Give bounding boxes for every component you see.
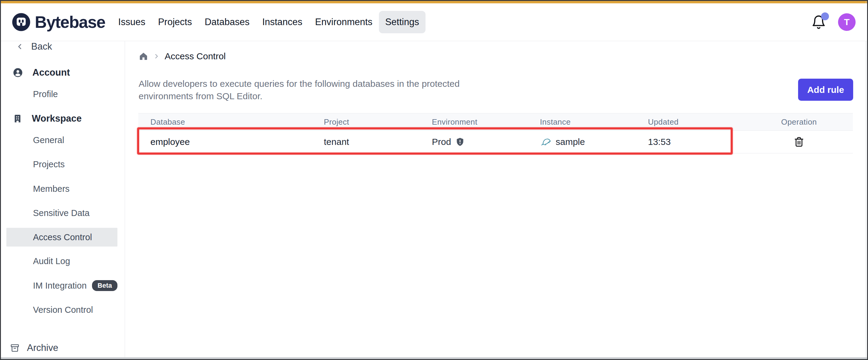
sidebar-item-members[interactable]: Members	[1, 180, 125, 198]
sidebar-item-access-control[interactable]: Access Control	[6, 228, 117, 247]
cell-operation	[745, 135, 853, 149]
column-operation: Operation	[745, 118, 853, 127]
settings-sidebar: Back Account Profile	[1, 41, 125, 358]
sidebar-item-im-integration[interactable]: IM Integration Beta	[1, 277, 125, 294]
sidebar-item-label: Profile	[33, 89, 58, 99]
home-icon[interactable]	[138, 52, 148, 61]
environment-name: Prod	[432, 137, 451, 147]
nav-projects[interactable]: Projects	[152, 11, 198, 33]
cell-environment: Prod	[420, 137, 528, 147]
chevron-right-icon	[153, 53, 160, 60]
sidebar-item-label: General	[33, 135, 64, 145]
cell-database: employee	[138, 137, 312, 147]
notification-dot	[821, 12, 829, 20]
beta-badge: Beta	[92, 280, 117, 291]
delete-rule-button[interactable]	[792, 135, 806, 149]
page-description: Allow developers to execute queries for …	[138, 77, 460, 102]
column-environment: Environment	[420, 118, 528, 127]
column-database: Database	[138, 118, 312, 127]
top-accent-bar	[1, 1, 867, 3]
nav-settings[interactable]: Settings	[379, 11, 426, 33]
navbar-right: T	[811, 13, 856, 31]
nav-issues[interactable]: Issues	[112, 11, 152, 33]
sidebar-section-workspace: Workspace	[1, 110, 125, 127]
notification-bell[interactable]	[811, 15, 826, 29]
workspace-icon	[13, 114, 22, 123]
main-nav: Issues Projects Databases Instances Envi…	[112, 11, 426, 33]
sidebar-item-label: Sensitive Data	[33, 208, 90, 218]
brand-name: Bytebase	[35, 12, 105, 32]
updated-time: 13:53	[648, 137, 671, 147]
cell-instance: sample	[528, 136, 636, 148]
sidebar-item-label: Members	[33, 184, 70, 194]
sidebar-item-general[interactable]: General	[1, 131, 125, 149]
add-rule-button[interactable]: Add rule	[798, 79, 853, 101]
sidebar-item-archive[interactable]: Archive	[1, 339, 125, 357]
sidebar-item-sensitive-data[interactable]: Sensitive Data	[1, 204, 125, 222]
user-avatar[interactable]: T	[838, 13, 856, 31]
trash-icon	[794, 136, 804, 147]
sidebar-item-projects[interactable]: Projects	[1, 156, 125, 173]
column-instance: Instance	[528, 118, 636, 127]
window-bottom-edge	[1, 357, 867, 359]
bytebase-logo[interactable]: Bytebase	[12, 12, 105, 32]
nav-environments[interactable]: Environments	[309, 11, 379, 33]
account-icon	[13, 68, 23, 77]
cell-project: tenant	[312, 137, 420, 147]
app-window: Bytebase Issues Projects Databases Insta…	[0, 0, 868, 360]
sidebar-item-audit-log[interactable]: Audit Log	[1, 252, 125, 270]
back-button[interactable]: Back	[1, 41, 125, 54]
content-area: Back Account Profile	[1, 41, 867, 358]
column-project: Project	[312, 118, 420, 127]
sidebar-item-label: Access Control	[33, 232, 92, 242]
sidebar-item-label: Version Control	[33, 305, 93, 315]
sidebar-section-account: Account	[1, 64, 125, 81]
project-name: tenant	[324, 137, 349, 147]
table-row: employee tenant Prod	[138, 131, 853, 153]
window-right-edge	[866, 1, 866, 357]
archive-icon	[10, 343, 20, 353]
instance-name: sample	[556, 137, 585, 147]
section-label: Account	[32, 67, 70, 78]
back-label: Back	[31, 41, 52, 52]
database-name: employee	[150, 137, 190, 147]
section-label: Workspace	[32, 113, 82, 124]
mysql-dolphin-icon	[540, 136, 551, 148]
chevron-left-icon	[16, 43, 24, 51]
bytebase-logo-icon	[12, 13, 31, 31]
access-rules-table: Database Project Environment Instance Up…	[138, 113, 853, 153]
sidebar-item-profile[interactable]: Profile	[1, 85, 125, 103]
sidebar-item-label: Audit Log	[33, 256, 70, 266]
sidebar-item-label: Projects	[33, 159, 65, 169]
nav-instances[interactable]: Instances	[256, 11, 309, 33]
shield-alert-icon	[455, 137, 465, 147]
sidebar-item-label: Archive	[27, 342, 58, 353]
breadcrumb-current: Access Control	[165, 51, 226, 61]
nav-databases[interactable]: Databases	[198, 11, 256, 33]
cell-updated: 13:53	[636, 137, 745, 147]
top-navbar: Bytebase Issues Projects Databases Insta…	[1, 3, 867, 41]
column-updated: Updated	[636, 118, 745, 127]
table-header: Database Project Environment Instance Up…	[138, 113, 853, 131]
sidebar-item-label: IM Integration	[33, 281, 87, 291]
sidebar-item-version-control[interactable]: Version Control	[1, 301, 125, 319]
access-control-page: Access Control Allow developers to execu…	[125, 41, 867, 358]
breadcrumb: Access Control	[138, 50, 226, 63]
